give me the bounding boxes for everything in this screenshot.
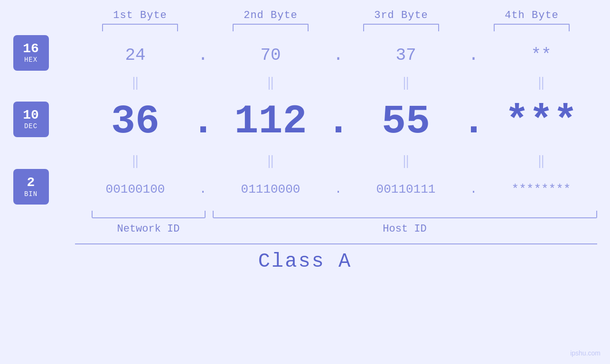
top-bracket-4 [467,24,597,31]
hex-val-2: 70 [215,46,327,65]
hex-dot-2: . [327,46,350,65]
hex-dot-1: . [191,46,215,65]
top-bracket-2 [206,24,336,31]
bin-val-3: 00110111 [350,182,462,196]
hex-val-4: ** [486,46,597,65]
bin-badge-number: 2 [27,176,35,190]
bin-dot-1: . [191,182,215,196]
watermark: ipshu.com [570,349,601,357]
dec-badge-label: DEC [24,122,38,130]
byte-header-4: 4th Byte [467,9,597,21]
dec-val-1: 36 [80,99,191,145]
dec-dot-3: . [462,99,486,145]
eq1-row: ‖ ‖ ‖ ‖ [80,75,597,90]
dec-val-3: 55 [350,99,462,145]
bin-values-row: 00100100 . 01110000 . 00110111 . *******… [80,182,597,196]
dec-val-4: *** [486,99,597,145]
eq2-2: ‖ [215,153,327,168]
eq1-2: ‖ [215,75,327,90]
dec-badge: 10 DEC [13,102,49,137]
dec-badge-number: 10 [23,108,39,123]
eq2-4: ‖ [486,153,597,168]
hex-values-row: 24 . 70 . 37 . ** [80,46,597,65]
byte-header-2: 2nd Byte [206,9,336,21]
eq1-3: ‖ [350,75,462,90]
hex-dot-3: . [462,46,486,65]
network-id-bracket [92,211,206,218]
hex-badge: 16 HEX [13,35,49,71]
class-label: Class A [258,250,352,273]
top-bracket-3 [336,24,467,31]
hex-badge-label: HEX [24,56,38,64]
hex-val-1: 24 [80,46,191,65]
hex-badge-number: 16 [23,42,39,56]
class-bracket-line [75,243,597,244]
dec-badge-spacer: 10 DEC [13,102,70,142]
bin-dot-3: . [462,182,486,196]
bin-badge: 2 BIN [13,169,49,205]
bin-val-2: 01110000 [215,182,327,196]
eq2-3: ‖ [350,153,462,168]
eq1-4: ‖ [486,75,597,90]
hex-val-3: 37 [350,46,462,65]
bin-dot-2: . [327,182,350,196]
top-bracket-1 [75,24,206,31]
dec-dot-1: . [191,99,215,145]
host-id-bracket [213,211,597,218]
bin-badge-label: BIN [24,190,38,198]
dec-values-row: 36 . 112 . 55 . *** [80,99,597,145]
bin-val-4: ******** [486,182,597,196]
byte-header-3: 3rd Byte [336,9,467,21]
host-id-label: Host ID [383,223,426,235]
dec-dot-2: . [327,99,350,145]
bin-badge-spacer: 2 BIN [13,169,70,209]
eq2-row: ‖ ‖ ‖ ‖ [80,153,597,168]
class-section: Class A [13,243,597,273]
eq2-1: ‖ [80,153,191,168]
hex-badge-spacer: 16 HEX [13,35,70,75]
network-id-label: Network ID [117,223,179,235]
bin-val-1: 00100100 [80,182,191,196]
dec-val-2: 112 [215,99,327,145]
eq1-1: ‖ [80,75,191,90]
network-id-section: Network ID [89,211,208,235]
host-id-section: Host ID [213,211,597,235]
byte-header-1: 1st Byte [75,9,206,21]
